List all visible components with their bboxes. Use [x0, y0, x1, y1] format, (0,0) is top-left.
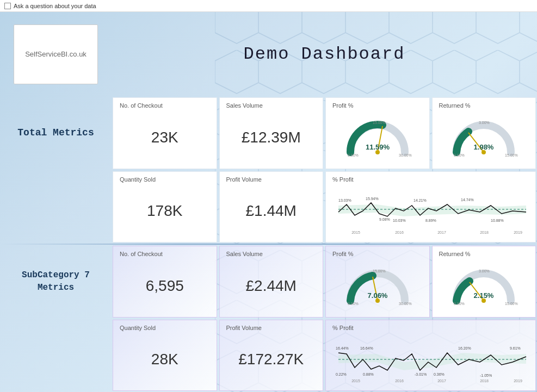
metrics-container: Total Metrics No. of Checkout 23K Sales … [0, 96, 537, 392]
total-profit-vol-title: Profit Volume [226, 176, 317, 183]
sub-quantity-title: Quantity Sold [120, 325, 210, 331]
svg-text:15.00%: 15.00% [373, 121, 386, 125]
sub-checkout-value: 6,595 [120, 259, 210, 313]
total-profit-pct-gauge: 0.00% 15.00% 30.00% 11.59% [332, 111, 423, 164]
total-quantity-title: Quantity Sold [120, 176, 210, 183]
subcategory-grid1: No. of Checkout 6,595 Sales Volume £2.44… [112, 245, 537, 319]
svg-text:30.00%: 30.00% [399, 153, 412, 157]
total-metrics-row1: Total Metrics No. of Checkout 23K Sales … [0, 96, 537, 170]
svg-text:13.03%: 13.03% [338, 198, 351, 202]
top-bar: Ask a question about your data [0, 0, 537, 12]
total-sales-title: Sales Volume [226, 102, 317, 109]
svg-text:10.88%: 10.88% [491, 219, 504, 222]
svg-text:2016: 2016 [395, 379, 404, 383]
svg-text:2015: 2015 [351, 231, 360, 234]
subcategory-row1: SubCategory 7 Metrics No. of Checkout 6,… [0, 245, 537, 319]
svg-text:0.00%: 0.00% [348, 302, 359, 306]
svg-text:2019: 2019 [514, 231, 522, 234]
svg-text:15.94%: 15.94% [366, 197, 379, 201]
svg-text:2016: 2016 [395, 231, 404, 234]
total-checkout-title: No. of Checkout [120, 102, 210, 109]
sub-sales-title: Sales Volume [226, 251, 317, 257]
ask-question-label: Ask a question about your data [14, 3, 96, 9]
total-quantity-value: 178K [120, 185, 210, 238]
total-returned-pct-title: Returned % [439, 102, 529, 109]
sub-sparkline-svg: 2015 2016 2017 2018 2019 16.44% 16.64% 0… [333, 343, 529, 384]
svg-text:16.64%: 16.64% [360, 346, 373, 350]
total-profit-pct-title: Profit % [332, 102, 423, 109]
svg-text:9.08%: 9.08% [379, 217, 390, 221]
svg-text:10.03%: 10.03% [393, 219, 406, 222]
svg-text:2017: 2017 [437, 231, 446, 234]
svg-text:15.00%: 15.00% [505, 302, 518, 306]
total-profit-pct-card: Profit % 0.00% 15.00% [325, 97, 430, 169]
sub-profit-vol-card: Profit Volume £172.27K [219, 320, 324, 391]
svg-text:30.00%: 30.00% [399, 302, 412, 306]
svg-text:9.61%: 9.61% [510, 346, 521, 350]
svg-text:2.15%: 2.15% [474, 291, 494, 300]
total-pct-profit-card: % Profit 2015 2016 2017 [325, 171, 536, 243]
svg-text:0.00%: 0.00% [454, 153, 465, 157]
ask-question-checkbox[interactable] [4, 3, 11, 9]
logo-area: SelfServiceBI.co.uk [0, 12, 112, 96]
sub-profit-pct-title: Profit % [332, 251, 423, 257]
sub-returned-gauge: 0.00% 3.00% 15.00% 2.15% [439, 259, 529, 313]
sub-returned-pct-card: Returned % 0.00% 3.00% 15.00% 2.15% [432, 246, 536, 318]
total-metrics-row2: Quantity Sold 178K Profit Volume £1.44M … [0, 170, 537, 244]
svg-text:3.00%: 3.00% [479, 121, 490, 125]
total-checkout-card: No. of Checkout 23K [113, 97, 217, 169]
dashboard-title: Demo Dashboard [244, 44, 405, 64]
svg-text:0.88%: 0.88% [363, 372, 374, 376]
svg-text:7.06%: 7.06% [367, 291, 387, 300]
logo-box: SelfServiceBI.co.uk [14, 24, 98, 84]
sub-profit-gauge-svg: 0.00% 15.00% 30.00% 7.06% [342, 265, 413, 306]
subcategory-row2: Quantity Sold 28K Profit Volume £172.27K… [0, 319, 537, 393]
svg-text:3.00%: 3.00% [479, 269, 490, 273]
total-metrics-label: Total Metrics [0, 96, 112, 170]
svg-text:2017: 2017 [437, 379, 446, 383]
main-content: SelfServiceBI.co.uk Demo Dashboard Total… [0, 12, 537, 392]
total-metrics-grid2: Quantity Sold 178K Profit Volume £1.44M … [112, 170, 537, 244]
total-profit-vol-card: Profit Volume £1.44M [219, 171, 324, 243]
subcategory-label: SubCategory 7 Metrics [0, 245, 112, 319]
sub-profit-gauge: 0.00% 15.00% 30.00% 7.06% [332, 259, 423, 313]
sub-profit-vol-title: Profit Volume [226, 325, 317, 331]
svg-text:2018: 2018 [480, 231, 489, 234]
returned-gauge-svg: 0.00% 3.00% 15.00% 1.98% [448, 117, 519, 158]
total-sales-value: £12.39M [226, 111, 317, 164]
sub-checkout-title: No. of Checkout [120, 251, 210, 257]
svg-text:2019: 2019 [514, 379, 522, 383]
svg-text:2018: 2018 [480, 379, 489, 383]
total-returned-pct-card: Returned % 0.00% 3.00% 15.00% 1.98% [432, 97, 536, 169]
svg-text:2015: 2015 [351, 379, 360, 383]
sub-sales-card: Sales Volume £2.44M [219, 246, 324, 318]
svg-text:15.00%: 15.00% [373, 269, 386, 273]
sub-pct-profit-title: % Profit [332, 325, 529, 331]
total-profit-vol-value: £1.44M [226, 185, 317, 238]
svg-text:0.36%: 0.36% [434, 372, 445, 376]
sub-profit-vol-value: £172.27K [226, 333, 317, 387]
profit-gauge-svg: 0.00% 15.00% 30.00% 11.59% [342, 117, 413, 158]
subcategory-grid2: Quantity Sold 28K Profit Volume £172.27K… [112, 319, 537, 393]
svg-text:0.00%: 0.00% [454, 302, 465, 306]
dashboard-title-area: Demo Dashboard [112, 12, 537, 96]
svg-text:1.98%: 1.98% [474, 143, 494, 151]
svg-text:11.59%: 11.59% [366, 143, 390, 151]
total-quantity-card: Quantity Sold 178K [113, 171, 217, 243]
total-sales-card: Sales Volume £12.39M [219, 97, 324, 169]
sub-returned-gauge-svg: 0.00% 3.00% 15.00% 2.15% [448, 265, 519, 306]
sub-quantity-value: 28K [120, 333, 210, 387]
sub-quantity-card: Quantity Sold 28K [113, 320, 217, 391]
svg-text:8.89%: 8.89% [425, 219, 436, 222]
total-sparkline-svg: 2015 2016 2017 2018 2019 13.03% 15.94% 9… [333, 195, 529, 235]
total-sparkline: 2015 2016 2017 2018 2019 13.03% 15.94% 9… [332, 185, 529, 238]
total-pct-profit-title: % Profit [332, 176, 529, 183]
svg-text:0.00%: 0.00% [348, 153, 359, 157]
svg-text:-3.01%: -3.01% [415, 372, 427, 376]
total-metrics-grid: No. of Checkout 23K Sales Volume £12.39M… [112, 96, 537, 170]
sub-pct-profit-card: % Profit 2015 2016 2017 [325, 320, 536, 391]
svg-text:14.74%: 14.74% [461, 198, 474, 202]
sub-returned-pct-title: Returned % [439, 251, 529, 257]
sub-sales-value: £2.44M [226, 259, 317, 313]
sub-sparkline: 2015 2016 2017 2018 2019 16.44% 16.64% 0… [332, 333, 529, 387]
